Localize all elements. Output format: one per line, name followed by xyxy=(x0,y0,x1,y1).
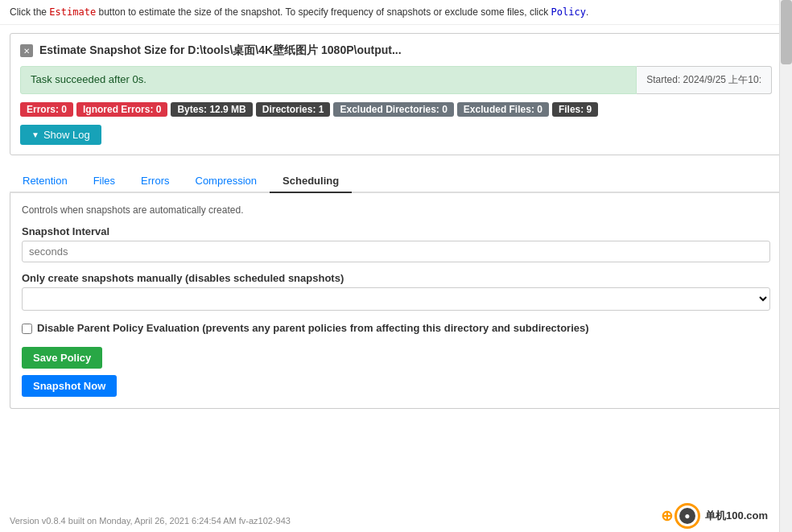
tab-compression[interactable]: Compression xyxy=(183,170,270,192)
logo-plus-icon: ⊕ xyxy=(661,507,673,525)
tabs-nav: RetentionFilesErrorsCompressionSchedulin… xyxy=(10,170,782,193)
save-policy-button[interactable]: Save Policy xyxy=(22,347,102,369)
info-text-3: . xyxy=(586,6,588,18)
estimate-code-word: Estimate xyxy=(49,6,96,18)
action-buttons: Save Policy Snapshot Now xyxy=(22,347,770,397)
logo-inner-circle: ● xyxy=(679,508,695,524)
stats-badge: Excluded Files: 0 xyxy=(457,102,549,117)
tab-files[interactable]: Files xyxy=(80,170,128,192)
tab-errors[interactable]: Errors xyxy=(128,170,182,192)
stats-badge: Directories: 1 xyxy=(256,102,331,117)
policy-code-word: Policy xyxy=(551,6,586,18)
manual-select[interactable] xyxy=(22,287,770,311)
snapshot-now-button[interactable]: Snapshot Now xyxy=(22,375,117,397)
chevron-down-icon: ▼ xyxy=(31,130,39,139)
info-text-2: button to estimate the size of the snaps… xyxy=(96,6,551,18)
info-text-1: Click the xyxy=(10,6,49,18)
stats-badge: Files: 9 xyxy=(552,102,598,117)
interval-input[interactable] xyxy=(22,241,770,262)
disable-parent-row: Disable Parent Policy Evaluation (preven… xyxy=(22,322,770,334)
disable-parent-checkbox[interactable] xyxy=(22,324,32,334)
top-info-bar: Click the Estimate button to estimate th… xyxy=(0,0,792,25)
scheduling-description: Controls when snapshots are automaticall… xyxy=(22,204,770,216)
logo-ring: ● xyxy=(674,503,700,529)
logo-area: ⊕ ● 单机100.com xyxy=(661,503,768,529)
task-status-row: Task succeeded after 0s. Started: 2024/9… xyxy=(20,66,772,94)
stats-badges-row: Errors: 0Ignored Errors: 0Bytes: 12.9 MB… xyxy=(20,102,772,117)
stats-badge: Bytes: 12.9 MB xyxy=(171,102,252,117)
disable-parent-label: Disable Parent Policy Evaluation (preven… xyxy=(37,322,589,334)
tab-scheduling[interactable]: Scheduling xyxy=(270,170,352,193)
scrollbar[interactable] xyxy=(779,0,792,532)
stats-badge: Excluded Directories: 0 xyxy=(333,102,453,117)
tabs-section: RetentionFilesErrorsCompressionSchedulin… xyxy=(10,170,782,409)
show-log-label: Show Log xyxy=(43,129,90,141)
interval-label: Snapshot Interval xyxy=(22,225,770,237)
tab-content-scheduling: Controls when snapshots are automaticall… xyxy=(10,193,782,409)
manual-label: Only create snapshots manually (disables… xyxy=(22,272,770,284)
logo-dot: ● xyxy=(684,510,690,522)
show-log-button[interactable]: ▼ Show Log xyxy=(20,125,101,145)
logo-main-text: 单机100.com xyxy=(705,509,768,523)
version-text: Version v0.8.4 built on Monday, April 26… xyxy=(10,516,291,526)
footer: Version v0.8.4 built on Monday, April 26… xyxy=(10,516,291,526)
stats-badge: Ignored Errors: 0 xyxy=(76,102,167,117)
task-started-time: Started: 2024/9/25 上午10: xyxy=(637,66,772,94)
close-button[interactable]: ✕ xyxy=(20,44,33,57)
estimate-box-header: ✕ Estimate Snapshot Size for D:\tools\桌面… xyxy=(20,43,772,58)
scrollbar-thumb[interactable] xyxy=(781,0,792,64)
stats-badge: Errors: 0 xyxy=(20,102,73,117)
task-success-message: Task succeeded after 0s. xyxy=(20,66,637,94)
logo-text-area: 单机100.com xyxy=(705,509,768,523)
tab-retention[interactable]: Retention xyxy=(10,170,80,192)
estimate-box: ✕ Estimate Snapshot Size for D:\tools\桌面… xyxy=(10,33,782,155)
estimate-title: Estimate Snapshot Size for D:\tools\桌面\4… xyxy=(39,43,402,58)
